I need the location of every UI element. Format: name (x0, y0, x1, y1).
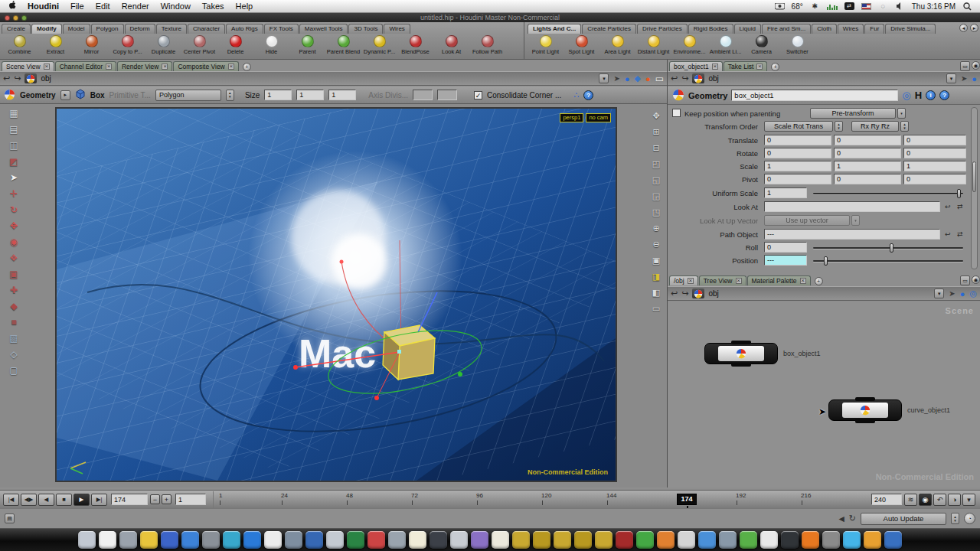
menu-houdini[interactable]: Houdini (28, 2, 59, 11)
shelf-tab[interactable]: Deform (125, 24, 155, 34)
pivot-x-field[interactable]: 0 (764, 174, 831, 184)
timeline[interactable]: 124487296120144192216 174 (213, 491, 864, 508)
position-field[interactable]: --- (764, 255, 807, 266)
playbar-option-button[interactable]: ◑ (948, 494, 961, 506)
dock-app-icon[interactable] (843, 531, 861, 549)
shelf-tab[interactable]: Auto Rigs (226, 24, 263, 34)
param-scrollbar[interactable] (971, 107, 978, 269)
shelf-tool[interactable]: Environme... (671, 34, 707, 55)
view-cube-icon[interactable]: ◆ (635, 73, 641, 83)
node-input-connector[interactable] (731, 341, 751, 344)
pane-tab[interactable]: Channel Editor × (55, 61, 116, 71)
spotlight-icon[interactable] (962, 2, 972, 11)
uniform-scale-slider[interactable] (813, 193, 963, 194)
transform-order-spinner[interactable]: ▴▾ (835, 121, 843, 132)
forward-icon[interactable]: ↪ (14, 73, 21, 83)
refresh-icon[interactable]: ↻ (849, 514, 856, 523)
dock-app-icon[interactable] (99, 531, 116, 549)
viewport-tool-icon[interactable]: ◇ (5, 347, 23, 362)
keep-position-checkbox[interactable] (672, 109, 681, 117)
translate-y-field[interactable]: 0 (834, 135, 901, 145)
dock-app-icon[interactable] (450, 531, 468, 549)
size-y-field[interactable]: 1 (296, 90, 324, 100)
transport-button[interactable]: |◀ (3, 494, 19, 506)
dock-app-icon[interactable] (492, 531, 509, 549)
shelf-tab[interactable]: Cloth (812, 24, 837, 34)
look-at-field[interactable] (764, 201, 940, 212)
pointer-mode-icon[interactable]: ● (972, 74, 977, 83)
dock-app-icon[interactable] (347, 531, 364, 549)
node-type-icon[interactable] (24, 73, 37, 83)
update-cancel-icon[interactable]: ◀ (838, 514, 844, 523)
dock-app-icon[interactable] (678, 531, 695, 549)
viewport-display-icon[interactable]: ⊞ (649, 125, 663, 139)
memory-gauge-icon[interactable]: ◔ (964, 513, 975, 524)
shelf-tool[interactable]: Dynamic P... (361, 34, 397, 55)
transport-button[interactable]: ▶| (91, 494, 107, 506)
current-frame-field[interactable]: 174 (111, 494, 148, 505)
dock-app-icon[interactable] (864, 531, 881, 549)
shelf-scroll-right-button[interactable]: ▸ (970, 24, 978, 32)
auto-update-spinner[interactable]: ▴▾ (951, 513, 959, 524)
battery-icon[interactable]: ◌ (878, 2, 888, 11)
transport-button[interactable]: ◀ (38, 494, 54, 506)
viewport-display-icon[interactable]: ⊕ (649, 221, 663, 236)
pre-transform-spinner[interactable]: ▾ (897, 108, 906, 119)
dock-app-icon[interactable] (657, 531, 675, 549)
shelf-scroll-left-button[interactable]: ◂ (959, 24, 968, 32)
node-name-label[interactable]: curve_object1 (907, 406, 950, 414)
rotate-order-spinner[interactable]: ▴▾ (900, 121, 909, 132)
frame-decrement-button[interactable]: − (150, 494, 160, 504)
volume-icon[interactable] (895, 2, 905, 11)
pane-tab[interactable]: Composite View × (173, 61, 238, 71)
shelf-tool[interactable]: Delete (217, 34, 253, 55)
auto-update-dropdown[interactable]: Auto Update (861, 513, 946, 525)
viewport-tool-icon[interactable]: ▣ (5, 266, 23, 282)
pin-icon[interactable]: ➤ (613, 74, 619, 83)
pane-tab[interactable]: Scene View × (2, 61, 54, 71)
pane-menu-button[interactable]: ◉ (972, 61, 980, 70)
scale-z-field[interactable]: 1 (903, 161, 966, 171)
shelf-tool[interactable]: Parent Blend (325, 34, 361, 55)
node-input-connector[interactable] (855, 397, 875, 401)
jump-to-node-icon[interactable]: ⇄ (957, 203, 963, 210)
pane-tab[interactable]: box_object1 × (669, 61, 723, 71)
close-window-button[interactable] (5, 15, 10, 21)
network-node[interactable]: box_object1 ➤ (704, 343, 778, 364)
path-menu-button[interactable]: ▾ (934, 289, 944, 298)
pane-tab[interactable]: /obj × (669, 276, 698, 285)
viewport-scene[interactable]: Mac Mac (57, 109, 616, 481)
playbar-option-button[interactable]: ◉ (919, 494, 932, 506)
scale-x-field[interactable]: 1 (764, 161, 831, 171)
network-editor[interactable]: Scene box_object1 ➤ curve_object1 ➤ (668, 302, 980, 487)
window-titlebar[interactable]: untitled.hip - Houdini Master Non-Commer… (0, 13, 980, 22)
pane-tab[interactable]: Take List × (724, 61, 768, 71)
transport-button[interactable]: ▶ (74, 494, 90, 506)
help-icon[interactable]: ? (939, 90, 949, 100)
shelf-tool[interactable]: Parent (289, 34, 325, 55)
jump-to-node-icon[interactable]: ⇄ (957, 230, 963, 238)
search-icon[interactable]: ◎ (969, 289, 977, 298)
menu-edit[interactable]: Edit (96, 2, 110, 11)
node-type-icon[interactable] (692, 289, 704, 298)
shelf-tool[interactable]: Hide (253, 34, 289, 55)
shelf-tab[interactable]: Drive Particles (637, 24, 688, 34)
viewport-display-icon[interactable]: ◨ (649, 269, 663, 284)
help-icon[interactable]: ? (583, 90, 593, 100)
mode-dropdown[interactable]: Polygon (155, 90, 221, 101)
node-type-icon[interactable] (692, 73, 704, 83)
viewport-tool-icon[interactable]: ■ (5, 315, 23, 330)
shelf-tab[interactable]: Wires (838, 24, 864, 34)
shelf-tool[interactable]: Duplicate (145, 34, 181, 55)
node-output-connector[interactable] (731, 363, 751, 367)
shelf-tool[interactable]: Look At (433, 34, 469, 55)
forward-icon[interactable]: ↪ (681, 73, 688, 83)
shelf-tab[interactable]: Create Particles (582, 24, 636, 34)
back-icon[interactable]: ↩ (671, 73, 678, 83)
shelf-tab[interactable]: Rigid Bodies (688, 24, 733, 34)
viewport-tool-icon[interactable]: ✚ (5, 282, 23, 298)
no-cam-badge[interactable]: no cam (586, 113, 611, 122)
scene-viewport[interactable]: Mac Mac (55, 107, 617, 482)
shelf-tool[interactable]: Copy to P... (109, 34, 145, 55)
shelf-tool[interactable]: Camera (743, 34, 779, 55)
